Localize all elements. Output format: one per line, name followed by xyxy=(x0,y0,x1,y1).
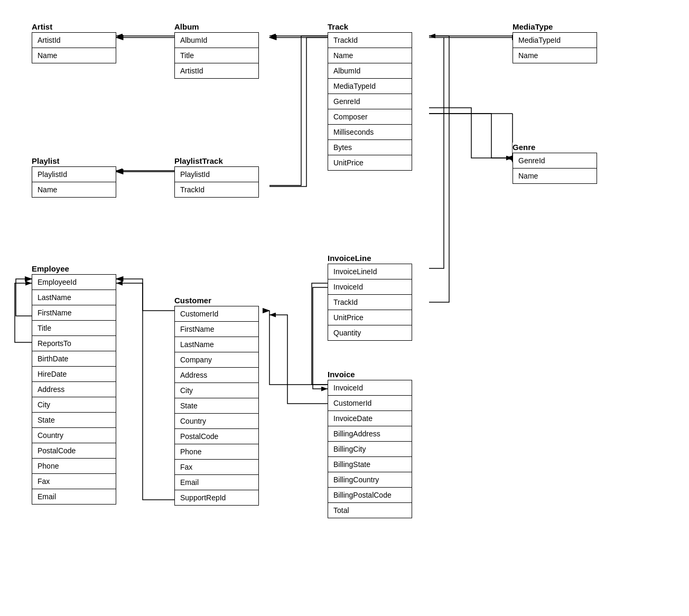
entity-artist-title: Artist xyxy=(32,22,116,31)
field-city: City xyxy=(32,397,116,413)
field-firstname: FirstName xyxy=(175,322,259,337)
table-row: BillingState xyxy=(328,457,412,472)
field-lastname: LastName xyxy=(32,290,116,305)
table-row: InvoiceId xyxy=(328,279,412,295)
table-row: Name xyxy=(513,169,597,184)
field-trackid: TrackId xyxy=(175,182,259,198)
table-row: BillingCountry xyxy=(328,472,412,488)
field-customerid: CustomerId xyxy=(175,306,259,322)
entity-genre: Genre GenreId Name xyxy=(513,143,597,184)
table-row: Name xyxy=(328,48,412,63)
entity-playlist: Playlist PlaylistId Name xyxy=(32,156,116,198)
field-invoiceid: InvoiceId xyxy=(328,279,412,295)
table-row: Country xyxy=(32,428,116,443)
entity-album-title: Album xyxy=(174,22,259,31)
table-row: ArtistId xyxy=(175,63,259,79)
table-row: Quantity xyxy=(328,325,412,341)
entity-playlisttrack-table: PlaylistId TrackId xyxy=(174,166,259,198)
field-composer: Composer xyxy=(328,109,412,125)
field-billingstate: BillingState xyxy=(328,457,412,472)
table-row: Name xyxy=(32,48,116,63)
field-postalcode: PostalCode xyxy=(175,429,259,444)
table-row: Milliseconds xyxy=(328,125,412,140)
field-name: Name xyxy=(32,182,116,198)
table-row: UnitPrice xyxy=(328,310,412,325)
table-row: Bytes xyxy=(328,140,412,155)
field-albumid: AlbumId xyxy=(328,63,412,79)
field-hiredate: HireDate xyxy=(32,367,116,382)
entity-artist-table: ArtistId Name xyxy=(32,32,116,63)
field-fax: Fax xyxy=(32,474,116,489)
table-row: Fax xyxy=(175,460,259,475)
field-birthdate: BirthDate xyxy=(32,351,116,367)
field-unitprice: UnitPrice xyxy=(328,155,412,171)
field-billingcountry: BillingCountry xyxy=(328,472,412,488)
table-row: InvoiceId xyxy=(328,380,412,396)
field-mediatypeid: MediaTypeId xyxy=(328,79,412,94)
table-row: State xyxy=(32,413,116,428)
entity-artist: Artist ArtistId Name xyxy=(32,22,116,63)
field-title: Title xyxy=(175,48,259,63)
field-name: Name xyxy=(513,48,597,63)
field-invoicedate: InvoiceDate xyxy=(328,411,412,426)
field-company: Company xyxy=(175,352,259,368)
table-row: InvoiceDate xyxy=(328,411,412,426)
table-row: MediaTypeId xyxy=(328,79,412,94)
entity-mediatype-table: MediaTypeId Name xyxy=(513,32,597,63)
table-row: Fax xyxy=(32,474,116,489)
field-country: Country xyxy=(175,414,259,429)
table-row: Name xyxy=(32,182,116,198)
entity-customer-table: CustomerId FirstName LastName Company Ad… xyxy=(174,306,259,506)
field-name: Name xyxy=(328,48,412,63)
table-row: PlaylistId xyxy=(175,167,259,182)
erd-diagram: Artist ArtistId Name Album AlbumId Title… xyxy=(0,0,689,616)
entity-track: Track TrackId Name AlbumId MediaTypeId G… xyxy=(328,22,412,171)
entity-invoice-title: Invoice xyxy=(328,370,412,379)
field-lastname: LastName xyxy=(175,337,259,352)
table-row: GenreId xyxy=(328,94,412,109)
entity-customer: Customer CustomerId FirstName LastName C… xyxy=(174,296,259,506)
field-total: Total xyxy=(328,503,412,518)
table-row: Composer xyxy=(328,109,412,125)
table-row: Email xyxy=(175,475,259,490)
table-row: MediaTypeId xyxy=(513,33,597,48)
table-row: PostalCode xyxy=(32,443,116,459)
field-billingpostalcode: BillingPostalCode xyxy=(328,488,412,503)
field-country: Country xyxy=(32,428,116,443)
field-playlistid: PlaylistId xyxy=(175,167,259,182)
field-address: Address xyxy=(32,382,116,397)
table-row: BillingCity xyxy=(328,442,412,457)
entity-genre-title: Genre xyxy=(513,143,597,152)
field-address: Address xyxy=(175,368,259,383)
table-row: TrackId xyxy=(175,182,259,198)
table-row: Phone xyxy=(32,459,116,474)
table-row: FirstName xyxy=(175,322,259,337)
entity-invoiceline-title: InvoiceLine xyxy=(328,254,412,263)
table-row: InvoiceLineId xyxy=(328,264,412,279)
table-row: SupportRepId xyxy=(175,490,259,506)
table-row: Country xyxy=(175,414,259,429)
table-row: Email xyxy=(32,489,116,505)
entity-invoiceline-table: InvoiceLineId InvoiceId TrackId UnitPric… xyxy=(328,264,412,341)
field-albumid: AlbumId xyxy=(175,33,259,48)
entity-playlisttrack: PlaylistTrack PlaylistId TrackId xyxy=(174,156,259,198)
field-invoiceid: InvoiceId xyxy=(328,380,412,396)
entity-mediatype: MediaType MediaTypeId Name xyxy=(513,22,597,63)
field-reportsto: ReportsTo xyxy=(32,336,116,351)
entity-album: Album AlbumId Title ArtistId xyxy=(174,22,259,79)
table-row: LastName xyxy=(175,337,259,352)
field-phone: Phone xyxy=(32,459,116,474)
table-row: City xyxy=(32,397,116,413)
table-row: TrackId xyxy=(328,295,412,310)
field-milliseconds: Milliseconds xyxy=(328,125,412,140)
table-row: Company xyxy=(175,352,259,368)
table-row: GenreId xyxy=(513,153,597,169)
field-postalcode: PostalCode xyxy=(32,443,116,459)
table-row: TrackId xyxy=(328,33,412,48)
entity-mediatype-title: MediaType xyxy=(513,22,597,31)
table-row: LastName xyxy=(32,290,116,305)
field-state: State xyxy=(32,413,116,428)
field-name: Name xyxy=(32,48,116,63)
table-row: CustomerId xyxy=(175,306,259,322)
entity-invoice: Invoice InvoiceId CustomerId InvoiceDate… xyxy=(328,370,412,518)
